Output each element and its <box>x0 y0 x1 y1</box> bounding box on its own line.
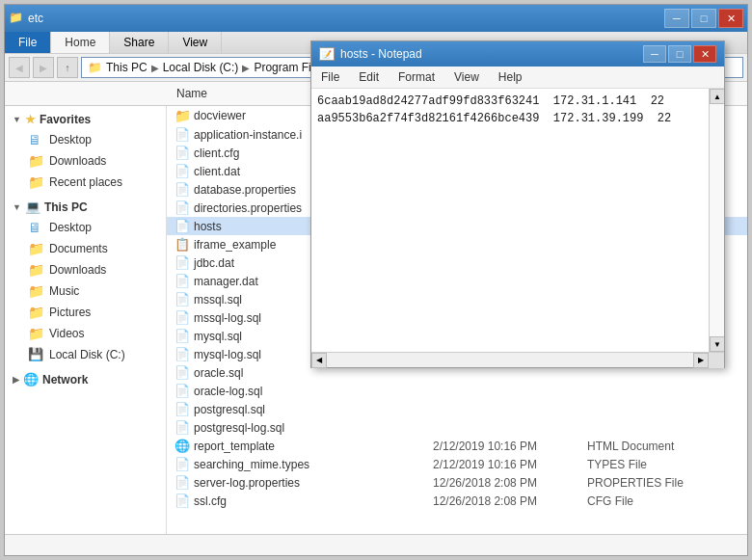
scroll-down-button[interactable]: ▼ <box>710 336 724 352</box>
file-icon: 📄 <box>171 292 194 307</box>
sidebar: ▼ ★ Favorites 🖥 Desktop 📁 Downloads 📁 Re… <box>5 106 167 534</box>
scroll-left-button[interactable]: ◀ <box>311 353 327 368</box>
folder-icon: 📁 <box>28 262 43 278</box>
file-icon: 📄 <box>171 274 194 288</box>
file-icon: 📄 <box>171 164 194 178</box>
sidebar-thispc-section: ▼ 💻 This PC 🖥 Desktop 📁 Documents 📁 Down… <box>5 197 166 365</box>
html-file-icon: 🌐 <box>171 439 194 453</box>
file-size: 1 KB <box>712 494 747 508</box>
sidebar-network-label: Network <box>42 373 88 387</box>
file-size: 1 KB <box>712 476 747 490</box>
file-icon: 📄 <box>171 255 194 270</box>
notepad-menu-format[interactable]: Format <box>389 68 444 86</box>
folder-icon: 📁 <box>28 283 43 299</box>
file-item-postgresql-sql[interactable]: 📄 postgresql.sql <box>167 400 747 418</box>
notepad-menu-help[interactable]: Help <box>489 68 532 86</box>
notepad-scrollbar-vertical[interactable]: ▲ ▼ <box>709 89 724 352</box>
notepad-menu-view[interactable]: View <box>444 68 489 86</box>
folder-icon: 📁 <box>28 153 43 169</box>
file-item-oracle-log-sql[interactable]: 📄 oracle-log.sql <box>167 382 747 400</box>
network-icon: 🌐 <box>23 372 39 387</box>
file-name: searching_mime.types <box>194 458 433 471</box>
file-icon: 📄 <box>171 127 194 142</box>
notepad-icon: 📝 <box>319 47 335 61</box>
file-name: ssl.cfg <box>194 494 433 508</box>
notepad-maximize-button[interactable]: □ <box>668 45 691 63</box>
minimize-button[interactable]: ─ <box>664 9 689 28</box>
file-item-searching-mime[interactable]: 📄 searching_mime.types 2/12/2019 10:16 P… <box>167 455 747 473</box>
title-bar-text: etc <box>28 12 664 25</box>
notepad-title-buttons: ─ □ ✕ <box>643 45 716 63</box>
sidebar-item-local-disk-label: Local Disk (C:) <box>49 348 125 361</box>
file-icon: 📄 <box>171 329 194 343</box>
chevron-down-icon: ▼ <box>13 115 21 124</box>
file-icon: 📄 <box>171 384 194 398</box>
back-button[interactable]: ◀ <box>9 57 30 78</box>
path-icon: 📁 <box>88 61 102 74</box>
chevron-down-icon: ▼ <box>13 202 21 212</box>
file-name: server-log.properties <box>194 476 433 490</box>
status-bar <box>5 534 747 555</box>
sidebar-item-videos[interactable]: 📁 Videos <box>5 323 166 344</box>
file-date: 12/26/2018 2:08 PM <box>433 494 587 508</box>
maximize-button[interactable]: □ <box>691 9 716 28</box>
notepad-title-bar: 📝 hosts - Notepad ─ □ ✕ <box>311 41 724 67</box>
sidebar-favorites-header[interactable]: ▼ ★ Favorites <box>5 110 166 129</box>
desktop-icon: 🖥 <box>28 132 43 147</box>
scroll-right-button[interactable]: ▶ <box>693 353 709 368</box>
file-item-report-template[interactable]: 🌐 report_template 2/12/2019 10:16 PM HTM… <box>167 437 747 455</box>
sidebar-thispc-header[interactable]: ▼ 💻 This PC <box>5 197 166 217</box>
notepad-title-text: hosts - Notepad <box>340 47 643 61</box>
star-icon: ★ <box>25 113 36 126</box>
folder-icon: 📁 <box>28 174 43 190</box>
sidebar-item-downloads[interactable]: 📁 Downloads <box>5 150 166 172</box>
notepad-content-area: 6caab19ad8d24277adf99fd833f63241 172.31.… <box>311 89 724 352</box>
close-button[interactable]: ✕ <box>718 9 743 28</box>
sidebar-item-pc-desktop[interactable]: 🖥 Desktop <box>5 217 166 238</box>
sidebar-item-local-disk[interactable]: 💾 Local Disk (C:) <box>5 344 166 365</box>
notepad-minimize-button[interactable]: ─ <box>643 45 666 63</box>
file-item-ssl-cfg[interactable]: 📄 ssl.cfg 12/26/2018 2:08 PM CFG File 1 … <box>167 492 747 510</box>
tab-home[interactable]: Home <box>51 32 110 53</box>
sidebar-network-header[interactable]: ▶ 🌐 Network <box>5 369 166 389</box>
notepad-window: 📝 hosts - Notepad ─ □ ✕ File Edit Format… <box>310 40 725 368</box>
folder-icon: 📁 <box>28 305 43 320</box>
tab-file[interactable]: File <box>5 32 51 53</box>
sidebar-item-videos-label: Videos <box>49 327 84 340</box>
tab-share[interactable]: Share <box>110 32 169 53</box>
sidebar-item-desktop[interactable]: 🖥 Desktop <box>5 129 166 150</box>
sidebar-item-desktop-label: Desktop <box>49 133 92 147</box>
file-icon: 📄 <box>171 365 194 380</box>
file-icon: 📄 <box>171 182 194 197</box>
path-local-disk[interactable]: Local Disk (C:) <box>163 61 239 74</box>
notepad-menu-edit[interactable]: Edit <box>349 68 389 86</box>
sidebar-favorites-section: ▼ ★ Favorites 🖥 Desktop 📁 Downloads 📁 Re… <box>5 110 166 193</box>
notepad-scrollbar-horizontal[interactable]: ◀ ▶ <box>311 352 724 367</box>
file-item-postgresql-log-sql[interactable]: 📄 postgresql-log.sql <box>167 418 747 437</box>
notepad-text-area[interactable]: 6caab19ad8d24277adf99fd833f63241 172.31.… <box>311 89 709 352</box>
scroll-track-vertical <box>710 104 724 336</box>
up-button[interactable]: ↑ <box>57 57 78 78</box>
notepad-menu-file[interactable]: File <box>311 68 349 86</box>
tab-view[interactable]: View <box>169 32 222 53</box>
scroll-up-button[interactable]: ▲ <box>710 89 724 104</box>
file-name: oracle-log.sql <box>194 385 433 398</box>
disk-icon: 💾 <box>28 347 43 362</box>
forward-button[interactable]: ▶ <box>33 57 54 78</box>
notepad-close-button[interactable]: ✕ <box>693 45 716 63</box>
sidebar-item-recent-places[interactable]: 📁 Recent places <box>5 172 166 193</box>
title-bar: 📁 etc ─ □ ✕ <box>5 5 747 32</box>
sidebar-favorites-label: Favorites <box>40 113 91 126</box>
title-bar-buttons: ─ □ ✕ <box>664 9 743 28</box>
sidebar-item-pictures[interactable]: 📁 Pictures <box>5 302 166 323</box>
sidebar-item-recent-label: Recent places <box>49 175 122 189</box>
file-icon: 📄 <box>171 200 194 215</box>
file-type: CFG File <box>587 494 712 508</box>
sidebar-item-music[interactable]: 📁 Music <box>5 280 166 302</box>
desktop-icon: 🖥 <box>28 220 43 235</box>
sidebar-item-pc-desktop-label: Desktop <box>49 221 92 234</box>
sidebar-item-documents[interactable]: 📁 Documents <box>5 238 166 259</box>
path-this-pc[interactable]: This PC <box>106 61 148 74</box>
sidebar-item-pc-downloads[interactable]: 📁 Downloads <box>5 259 166 280</box>
file-item-server-log-props[interactable]: 📄 server-log.properties 12/26/2018 2:08 … <box>167 473 747 492</box>
